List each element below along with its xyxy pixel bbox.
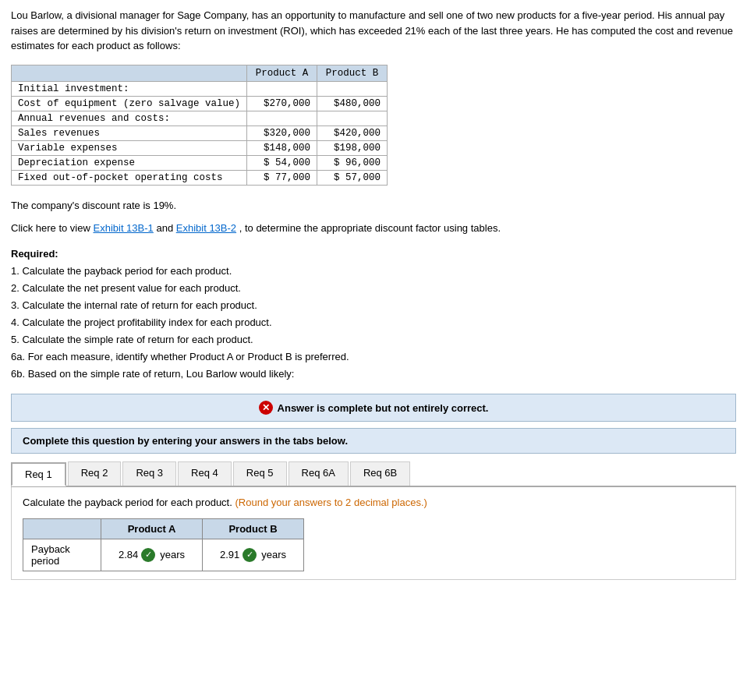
req-item-6a: 6a. For each measure, identify whether P…: [11, 348, 736, 366]
product-b-header: Product B: [317, 65, 388, 81]
intro-paragraph: Lou Barlow, a divisional manager for Sag…: [11, 8, 736, 54]
answer-banner-text: Answer is complete but not entirely corr…: [278, 402, 489, 414]
tab-req5[interactable]: Req 5: [233, 461, 287, 486]
tab-req4[interactable]: Req 4: [178, 461, 232, 486]
product-b-value: 2.91: [220, 549, 239, 560]
row-depreciation-label: Depreciation expense: [12, 155, 247, 170]
row-sales-label: Sales revenues: [12, 126, 247, 140]
req1-round-note: (Round your answers to 2 decimal places.…: [235, 497, 427, 508]
exhibit-13b-2-link[interactable]: Exhibit 13B-2: [176, 222, 236, 234]
req-item-4: 4. Calculate the project profitability i…: [11, 314, 736, 331]
row-fixed-label: Fixed out-of-pocket operating costs: [12, 170, 247, 185]
row-sales-b: $420,000: [317, 126, 388, 140]
tab-req1[interactable]: Req 1: [11, 462, 66, 486]
row-variable-label: Variable expenses: [12, 140, 247, 155]
row-depreciation-b: $ 96,000: [317, 155, 388, 170]
tabs-container: Req 1 Req 2 Req 3 Req 4 Req 5 Req 6A Req…: [11, 461, 736, 487]
payback-period-product-b: 2.91 ✓ years: [203, 539, 304, 571]
req-item-5: 5. Calculate the simple rate of return f…: [11, 331, 736, 348]
row-equipment-b: $480,000: [317, 96, 388, 111]
payback-period-label: Paybackperiod: [23, 539, 101, 571]
ans-header-empty: [23, 518, 101, 539]
row-fixed-a: $ 77,000: [247, 170, 317, 185]
exhibits-text: Click here to view Exhibit 13B-1 and Exh…: [11, 221, 736, 236]
product-b-unit: years: [261, 549, 286, 560]
product-a-unit: years: [160, 549, 185, 560]
product-b-check-icon: ✓: [243, 548, 257, 562]
req-item-6b: 6b. Based on the simple rate of return, …: [11, 366, 736, 383]
tab-req6a[interactable]: Req 6A: [289, 461, 349, 486]
req1-answer-table: Product A Product B Paybackperiod 2.84 ✓…: [23, 518, 304, 571]
row-depreciation-a: $ 54,000: [247, 155, 317, 170]
exhibit-13b-1-link[interactable]: Exhibit 13B-1: [93, 222, 153, 234]
payback-period-product-a: 2.84 ✓ years: [101, 539, 203, 571]
required-section: Required: 1. Calculate the payback perio…: [11, 246, 736, 384]
complete-text: Complete this question by entering your …: [11, 428, 736, 454]
row-fixed-b: $ 57,000: [317, 170, 388, 185]
tab-content-req1: Calculate the payback period for each pr…: [11, 487, 736, 580]
answer-banner: ✕ Answer is complete but not entirely co…: [11, 394, 736, 422]
tab-req6b[interactable]: Req 6B: [350, 461, 410, 486]
payback-period-row: Paybackperiod 2.84 ✓ years 2.91 ✓ years: [23, 539, 304, 571]
product-a-value: 2.84: [119, 549, 138, 560]
ans-header-product-a: Product A: [101, 518, 203, 539]
row-sales-a: $320,000: [247, 126, 317, 140]
req1-instruction: Calculate the payback period for each pr…: [23, 495, 724, 511]
section-annual: Annual revenues and costs:: [12, 111, 247, 126]
product-data-table: Product A Product B Initial investment: …: [11, 65, 388, 186]
error-icon: ✕: [259, 401, 273, 415]
req-item-3: 3. Calculate the internal rate of return…: [11, 297, 736, 314]
required-label: Required:: [11, 248, 58, 260]
req-item-2: 2. Calculate the net present value for e…: [11, 280, 736, 297]
product-a-check-icon: ✓: [141, 548, 155, 562]
product-a-header: Product A: [247, 65, 317, 81]
req-item-1: 1. Calculate the payback period for each…: [11, 263, 736, 280]
section-initial-investment: Initial investment:: [12, 81, 247, 96]
row-equipment-a: $270,000: [247, 96, 317, 111]
row-equipment-label: Cost of equipment (zero salvage value): [12, 96, 247, 111]
tab-req2[interactable]: Req 2: [68, 461, 122, 486]
ans-header-product-b: Product B: [203, 518, 304, 539]
discount-rate-text: The company's discount rate is 19%.: [11, 198, 736, 214]
row-variable-a: $148,000: [247, 140, 317, 155]
tab-req3[interactable]: Req 3: [122, 461, 176, 486]
row-variable-b: $198,000: [317, 140, 388, 155]
